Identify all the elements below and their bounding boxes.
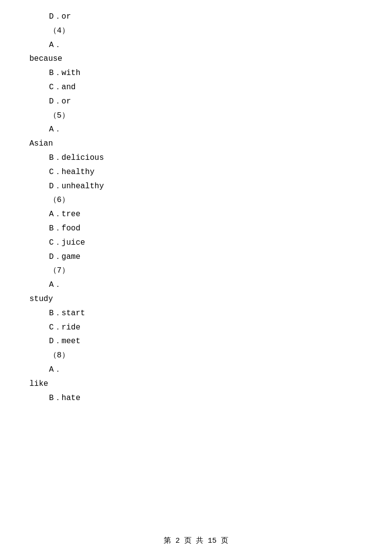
list-item: A．tree [20,207,372,222]
list-item: （6） [20,193,372,207]
list-item: C．healthy [20,165,372,179]
list-item: D．unhealthy [20,179,372,194]
list-item: study [20,292,372,306]
list-item: B．hate [20,391,372,405]
list-item: （7） [20,264,372,278]
list-item: （4） [20,24,372,38]
main-content: D．or（4）A．becauseB．withC．andD．or（5）A．Asia… [0,10,392,405]
list-item: A． [20,38,372,52]
list-item: D．or [20,95,372,109]
list-item: B．with [20,66,372,80]
list-item: Asian [20,137,372,151]
list-item: D．meet [20,334,372,349]
list-item: A． [20,123,372,137]
list-item: A． [20,363,372,377]
list-item: （8） [20,349,372,363]
page-footer: 第 2 页 共 15 页 [0,536,392,545]
list-item: A． [20,278,372,292]
list-item: B．delicious [20,151,372,165]
list-item: C．and [20,80,372,95]
list-item: D．game [20,250,372,264]
list-item: （5） [20,109,372,123]
list-item: D．or [20,10,372,24]
list-item: B．food [20,222,372,236]
list-item: C．ride [20,321,372,335]
list-item: because [20,52,372,66]
list-item: C．juice [20,236,372,250]
list-item: like [20,377,372,391]
list-item: B．start [20,306,372,321]
